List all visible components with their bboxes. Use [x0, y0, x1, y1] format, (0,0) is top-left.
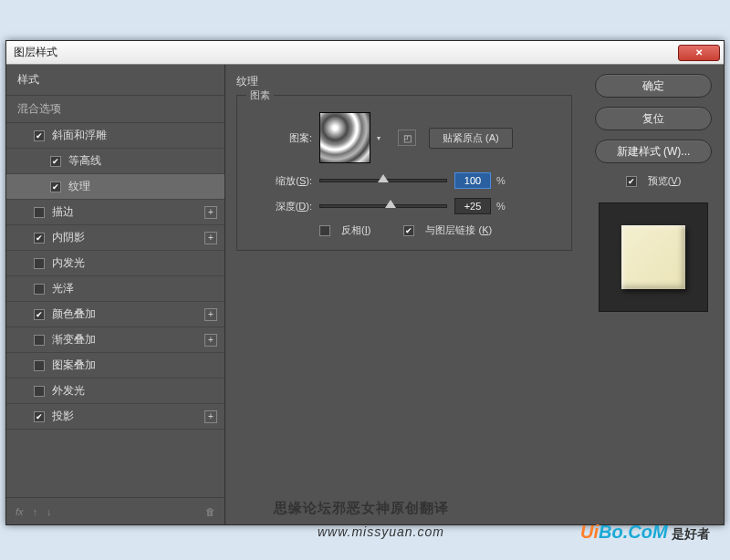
sidebar-item-label: 内发光 [52, 255, 85, 271]
ok-button[interactable]: 确定 [595, 74, 712, 98]
sidebar-item-6[interactable]: 光泽 [6, 276, 224, 302]
new-style-button[interactable]: 新建样式 (W)... [595, 140, 712, 163]
panel-title: 纹理 [236, 74, 572, 89]
layer-style-dialog: 图层样式 ✕ 样式 混合选项 斜面和浮雕等高线纹理描边+内阴影+内发光光泽颜色叠… [5, 40, 725, 525]
sidebar-footer: fx ↑ ↓ 🗑 [6, 497, 224, 524]
depth-slider[interactable] [319, 204, 447, 208]
group-label: 图素 [246, 88, 274, 102]
sidebar-item-3[interactable]: 描边+ [6, 200, 224, 225]
sidebar-item-label: 内阴影 [52, 230, 85, 245]
sidebar-item-0[interactable]: 斜面和浮雕 [6, 123, 224, 149]
sidebar-checkbox[interactable] [50, 156, 61, 167]
sidebar-item-label: 颜色叠加 [52, 306, 96, 322]
sidebar-header: 样式 [6, 65, 224, 96]
sidebar-item-label: 描边 [52, 204, 74, 220]
depth-input[interactable]: +25 [454, 198, 491, 214]
depth-slider-thumb[interactable] [385, 200, 396, 208]
trash-icon[interactable]: 🗑 [205, 506, 215, 517]
sidebar-checkbox[interactable] [50, 181, 61, 192]
sidebar-checkbox[interactable] [34, 360, 45, 371]
pattern-label: 图案: [248, 131, 312, 145]
scale-slider[interactable] [319, 179, 447, 182]
add-effect-icon[interactable]: + [204, 206, 217, 219]
arrow-up-icon[interactable]: ↑ [33, 506, 38, 517]
styles-sidebar: 样式 混合选项 斜面和浮雕等高线纹理描边+内阴影+内发光光泽颜色叠加+渐变叠加+… [6, 65, 225, 524]
window-title: 图层样式 [14, 45, 57, 60]
sidebar-checkbox[interactable] [34, 207, 45, 218]
checkbox-row: 反相(I) 与图层链接 (K) [319, 223, 560, 237]
sidebar-item-10[interactable]: 外发光 [6, 379, 224, 404]
blending-options[interactable]: 混合选项 [6, 96, 224, 123]
sidebar-item-8[interactable]: 渐变叠加+ [6, 327, 224, 353]
pattern-dropdown-icon[interactable]: ▾ [372, 131, 385, 144]
scale-slider-thumb[interactable] [378, 174, 389, 182]
sidebar-item-label: 图案叠加 [52, 358, 96, 373]
preview-inner [621, 225, 685, 289]
sidebar-item-1[interactable]: 等高线 [6, 149, 224, 174]
sidebar-checkbox[interactable] [34, 309, 45, 320]
preview-box [599, 202, 708, 312]
add-effect-icon[interactable]: + [204, 410, 217, 423]
sidebar-checkbox[interactable] [34, 258, 45, 269]
scale-row: 缩放(S): 100 % [248, 172, 560, 189]
sidebar-item-7[interactable]: 颜色叠加+ [6, 302, 224, 327]
scale-label: 缩放(S): [248, 174, 312, 188]
sidebar-item-4[interactable]: 内阴影+ [6, 225, 224, 251]
titlebar[interactable]: 图层样式 ✕ [6, 41, 724, 65]
pattern-swatch[interactable] [319, 112, 370, 163]
invert-checkbox[interactable] [319, 225, 330, 236]
add-effect-icon[interactable]: + [204, 334, 217, 347]
sidebar-checkbox[interactable] [34, 233, 45, 244]
link-layer-label: 与图层链接 (K) [425, 223, 492, 237]
sidebar-item-2[interactable]: 纹理 [6, 174, 224, 200]
watermark-text-1: 思缘论坛邪恶女神原创翻译 [274, 500, 449, 517]
scale-input[interactable]: 100 [454, 172, 491, 189]
sidebar-item-label: 光泽 [52, 281, 74, 296]
snap-origin-button[interactable]: 贴紧原点 (A) [429, 128, 513, 149]
sidebar-item-label: 外发光 [52, 383, 85, 399]
sidebar-checkbox[interactable] [34, 386, 45, 397]
invert-label: 反相(I) [341, 223, 370, 237]
add-effect-icon[interactable]: + [204, 308, 217, 321]
sidebar-item-5[interactable]: 内发光 [6, 251, 224, 276]
preview-checkbox[interactable] [626, 176, 637, 187]
close-icon: ✕ [695, 47, 703, 57]
create-pattern-icon[interactable]: ◰ [398, 130, 416, 146]
sidebar-item-label: 斜面和浮雕 [52, 128, 107, 143]
texture-group: 图素 图案: ▾ ◰ 贴紧原点 (A) 缩放(S): 100 % [236, 95, 572, 251]
sidebar-item-11[interactable]: 投影+ [6, 404, 224, 430]
watermark-text-2: www.missyuan.com [318, 524, 444, 539]
reset-button[interactable]: 复位 [595, 107, 712, 130]
sidebar-checkbox[interactable] [34, 411, 45, 422]
sidebar-item-9[interactable]: 图案叠加 [6, 353, 224, 379]
depth-unit: % [496, 201, 506, 212]
sidebar-item-label: 渐变叠加 [52, 332, 96, 347]
link-layer-checkbox[interactable] [403, 225, 414, 236]
preview-label: 预览(V) [648, 174, 682, 188]
main-panel: 纹理 图素 图案: ▾ ◰ 贴紧原点 (A) 缩放(S): 100 % [225, 65, 583, 524]
preview-toggle-row: 预览(V) [626, 174, 682, 188]
arrow-down-icon[interactable]: ↓ [47, 506, 52, 517]
pattern-row: 图案: ▾ ◰ 贴紧原点 (A) [248, 112, 560, 163]
watermark-logo: UiBo.CoM是好者 [580, 522, 710, 543]
close-button[interactable]: ✕ [678, 45, 720, 61]
sidebar-item-label: 纹理 [68, 179, 90, 194]
dialog-body: 样式 混合选项 斜面和浮雕等高线纹理描边+内阴影+内发光光泽颜色叠加+渐变叠加+… [6, 65, 724, 524]
add-effect-icon[interactable]: + [204, 232, 217, 244]
sidebar-checkbox[interactable] [34, 335, 45, 346]
sidebar-item-label: 等高线 [68, 153, 101, 169]
sidebar-item-label: 投影 [52, 409, 74, 424]
depth-label: 深度(D): [248, 200, 312, 213]
sidebar-checkbox[interactable] [34, 284, 45, 295]
scale-unit: % [496, 175, 506, 186]
sidebar-checkbox[interactable] [34, 130, 45, 141]
right-column: 确定 复位 新建样式 (W)... 预览(V) [583, 65, 724, 524]
fx-icon[interactable]: fx [16, 506, 24, 517]
depth-row: 深度(D): +25 % [248, 198, 560, 214]
